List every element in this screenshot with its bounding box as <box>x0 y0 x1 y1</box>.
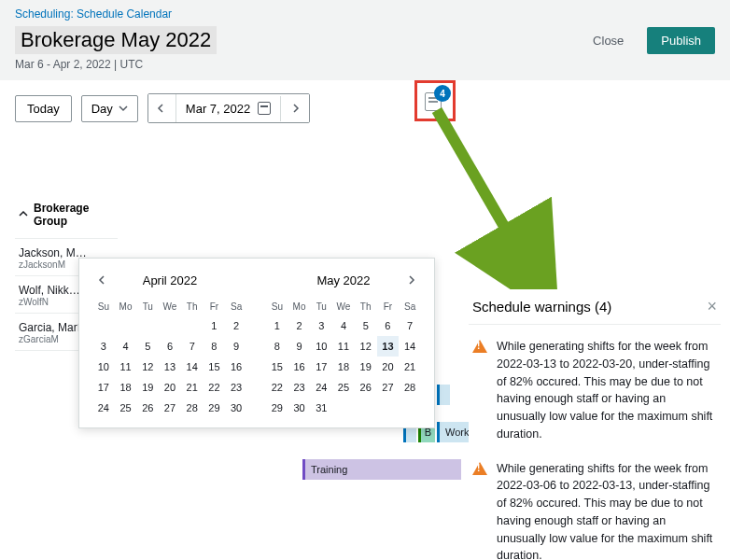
day-cell[interactable]: 9 <box>288 336 311 357</box>
month-panel-may: May 2022 SuMoTuWeThFrSa 1234567891011121… <box>266 268 421 418</box>
day-cell[interactable]: 31 <box>310 398 332 418</box>
next-day-button[interactable] <box>281 94 309 122</box>
day-cell[interactable]: 11 <box>115 357 137 377</box>
warning-icon <box>472 462 487 475</box>
next-month-button[interactable] <box>400 269 421 291</box>
day-cell[interactable]: 7 <box>181 336 204 357</box>
warning-item: While generating shifts for the week fro… <box>469 447 721 561</box>
warning-item: While generating shifts for the week fro… <box>469 325 721 447</box>
warning-icon <box>472 340 487 353</box>
group-header[interactable]: Brokerage Group <box>15 192 118 239</box>
day-cell[interactable]: 5 <box>355 315 377 336</box>
day-cell[interactable]: 8 <box>266 336 288 357</box>
day-cell[interactable]: 26 <box>355 377 377 398</box>
day-cell[interactable]: 14 <box>181 357 204 377</box>
day-cell[interactable]: 19 <box>355 357 377 377</box>
day-cell[interactable]: 25 <box>332 377 355 398</box>
day-cell[interactable]: 4 <box>332 315 355 336</box>
notification-badge: 4 <box>434 85 451 102</box>
calendar-icon <box>258 102 271 115</box>
day-cell[interactable]: 23 <box>288 377 311 398</box>
date-nav: Mar 7, 2022 <box>147 93 310 123</box>
day-cell[interactable]: 26 <box>136 398 159 418</box>
today-button[interactable]: Today <box>15 95 72 122</box>
date-range: Mar 6 - Apr 2, 2022 | UTC <box>15 58 715 71</box>
day-cell[interactable]: 16 <box>288 357 311 377</box>
prev-day-button[interactable] <box>148 94 176 122</box>
day-cell[interactable]: 8 <box>204 336 226 357</box>
month-panel-april: April 2022 SuMoTuWeThFrSa .....123456789… <box>92 268 247 418</box>
day-cell[interactable]: 27 <box>159 398 181 418</box>
day-cell[interactable]: 16 <box>225 357 247 377</box>
toolbar: Today Day Mar 7, 2022 <box>0 80 730 136</box>
day-cell[interactable]: 27 <box>377 377 400 398</box>
date-display[interactable]: Mar 7, 2022 <box>176 96 281 121</box>
breadcrumb[interactable]: Scheduling: Schedule Calendar <box>15 7 715 21</box>
day-cell[interactable]: 22 <box>266 377 288 398</box>
day-cell[interactable]: 13 <box>377 336 400 357</box>
day-cell[interactable]: 6 <box>159 336 181 357</box>
day-cell[interactable]: 4 <box>115 336 137 357</box>
day-cell[interactable]: 19 <box>136 377 159 398</box>
date-picker[interactable]: April 2022 SuMoTuWeThFrSa .....123456789… <box>78 258 435 428</box>
warnings-button[interactable]: 4 <box>414 80 456 121</box>
warnings-panel: Schedule warnings (4) × While generating… <box>469 289 721 560</box>
view-select-label: Day <box>91 102 113 116</box>
day-cell[interactable]: 1 <box>266 315 288 336</box>
day-cell[interactable]: 21 <box>181 377 204 398</box>
day-cell[interactable]: 6 <box>377 315 400 336</box>
chevron-up-icon <box>19 208 28 221</box>
view-select[interactable]: Day <box>81 95 138 122</box>
month-label: April 2022 <box>143 273 198 287</box>
warnings-title: Schedule warnings (4) <box>472 299 611 315</box>
day-cell[interactable]: 9 <box>225 336 247 357</box>
day-cell[interactable]: 11 <box>332 336 355 357</box>
day-cell[interactable]: 13 <box>159 357 181 377</box>
day-cell[interactable]: 24 <box>310 377 332 398</box>
day-cell[interactable]: 7 <box>399 315 421 336</box>
training-chip[interactable]: Training <box>302 459 461 480</box>
day-cell[interactable]: 3 <box>92 336 115 357</box>
day-cell[interactable]: 30 <box>225 398 247 418</box>
publish-button[interactable]: Publish <box>647 27 715 54</box>
activity-chip[interactable] <box>437 385 450 405</box>
day-cell[interactable]: 17 <box>310 357 332 377</box>
day-cell[interactable]: 10 <box>310 336 332 357</box>
day-cell[interactable]: 18 <box>332 357 355 377</box>
day-cell[interactable]: 12 <box>136 357 159 377</box>
day-cell[interactable]: 22 <box>204 377 226 398</box>
day-cell[interactable]: 24 <box>92 398 115 418</box>
day-cell[interactable]: 5 <box>136 336 159 357</box>
day-cell[interactable]: 30 <box>288 398 311 418</box>
day-cell[interactable]: 28 <box>399 377 421 398</box>
day-cell[interactable]: 29 <box>266 398 288 418</box>
day-cell[interactable]: 10 <box>92 357 115 377</box>
day-cell[interactable]: 25 <box>115 398 137 418</box>
day-cell[interactable]: 29 <box>204 398 226 418</box>
day-cell[interactable]: 1 <box>204 315 226 336</box>
day-cell[interactable]: 2 <box>225 315 247 336</box>
day-cell[interactable]: 20 <box>159 377 181 398</box>
chevron-down-icon <box>119 102 128 116</box>
day-cell[interactable]: 17 <box>92 377 115 398</box>
close-icon[interactable]: × <box>707 297 717 316</box>
day-cell[interactable]: 14 <box>399 336 421 357</box>
day-cell[interactable]: 3 <box>310 315 332 336</box>
day-cell[interactable]: 23 <box>225 377 247 398</box>
day-cell[interactable]: 21 <box>399 357 421 377</box>
day-cell[interactable]: 2 <box>288 315 311 336</box>
day-cell[interactable]: 18 <box>115 377 137 398</box>
day-cell[interactable]: 20 <box>377 357 400 377</box>
day-cell[interactable]: 15 <box>266 357 288 377</box>
close-button[interactable]: Close <box>579 27 638 54</box>
page-title: Brokerage May 2022 <box>15 26 217 54</box>
month-label: May 2022 <box>316 273 370 287</box>
prev-month-button[interactable] <box>92 269 113 291</box>
page-header: Scheduling: Schedule Calendar Brokerage … <box>0 0 730 80</box>
day-cell[interactable]: 15 <box>204 357 226 377</box>
day-cell[interactable]: 28 <box>181 398 204 418</box>
day-cell[interactable]: 12 <box>355 336 377 357</box>
